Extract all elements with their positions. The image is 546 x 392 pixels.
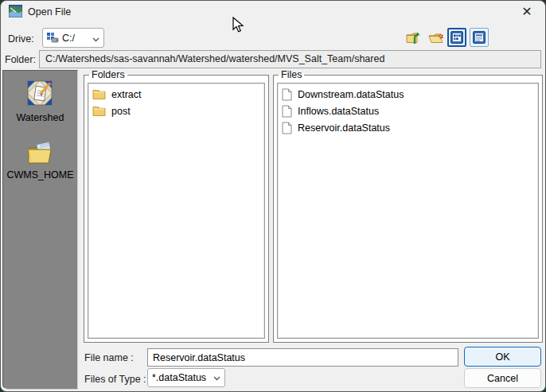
file-row-downstream[interactable]: Downstream.dataStatus (278, 86, 538, 103)
home-folder-icon (25, 140, 57, 165)
ok-button[interactable]: OK (464, 347, 541, 367)
folder-row-extract[interactable]: extract (88, 86, 264, 103)
file-name: Inflows.dataStatus (298, 106, 379, 117)
file-name: Reservoir.dataStatus (298, 122, 390, 134)
cancel-button[interactable]: Cancel (464, 368, 541, 388)
sidebar-item-label: CWMS_HOME (6, 169, 73, 180)
new-folder-icon (428, 30, 445, 46)
folder-name: post (111, 106, 131, 117)
chevron-down-icon (213, 372, 220, 383)
folders-panel-title: Folders (89, 69, 127, 80)
create-new-folder-button[interactable] (427, 29, 445, 47)
chevron-down-icon (92, 31, 99, 45)
title-bar[interactable]: Open File ✕ (1, 1, 545, 22)
drive-icon (47, 33, 59, 43)
folder-name: extract (111, 89, 142, 100)
drive-select[interactable]: C:/ (42, 28, 104, 48)
drive-label: Drive: (8, 33, 34, 45)
folder-icon (92, 106, 106, 117)
file-row-inflows[interactable]: Inflows.dataStatus (278, 103, 538, 119)
window-title: Open File (28, 6, 71, 17)
folder-row-post[interactable]: post (88, 103, 264, 119)
folder-label: Folder: (5, 54, 36, 65)
files-panel: Files Downstream.dataStatus Inflows.data… (273, 75, 543, 343)
shortcuts-sidebar: Watershed CWMS_HOME (2, 70, 78, 390)
files-list[interactable]: Downstream.dataStatus Inflows.dataStatus… (277, 83, 539, 339)
file-name: Downstream.dataStatus (298, 89, 404, 100)
sidebar-item-cwms-home[interactable]: CWMS_HOME (6, 140, 73, 180)
files-of-type-label: Files of Type : (84, 374, 146, 385)
cancel-button-label: Cancel (487, 373, 518, 384)
file-row-reservoir[interactable]: Reservoir.dataStatus (278, 119, 538, 136)
app-icon (9, 5, 22, 17)
files-panel-title: Files (279, 69, 304, 80)
watershed-icon (25, 80, 55, 108)
up-one-level-button[interactable] (405, 29, 423, 47)
file-icon (282, 122, 292, 134)
folders-list[interactable]: extract post (88, 83, 265, 339)
folder-path-field[interactable]: C:/Watersheds/sas-savannah/Watershed/wat… (39, 50, 541, 68)
folder-icon (92, 89, 106, 100)
details-view-icon (473, 31, 486, 44)
details-view-button[interactable] (470, 28, 489, 47)
files-of-type-value: *.dataStatus (152, 372, 206, 383)
close-icon: ✕ (521, 4, 532, 19)
file-icon (282, 88, 292, 101)
icon-view-icon (450, 31, 463, 44)
folders-panel: Folders extract post (84, 75, 269, 343)
sidebar-item-label: Watershed (17, 112, 64, 123)
ok-button-label: OK (495, 351, 509, 363)
file-icon (282, 105, 292, 118)
close-button[interactable]: ✕ (517, 2, 537, 20)
file-name-label: File name : (84, 352, 134, 363)
drive-value: C:/ (62, 33, 75, 44)
files-of-type-select[interactable]: *.dataStatus (147, 368, 225, 387)
up-folder-icon (406, 30, 422, 46)
sidebar-item-watershed[interactable]: Watershed (17, 80, 64, 123)
file-name-input[interactable] (147, 348, 458, 367)
open-file-dialog: Open File ✕ Drive: C:/ (0, 0, 546, 392)
icon-view-button[interactable] (447, 28, 466, 47)
